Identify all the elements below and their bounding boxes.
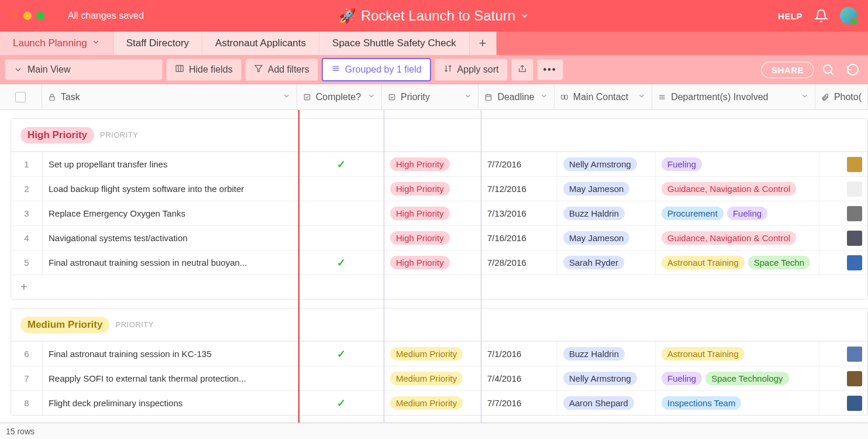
- departments-cell[interactable]: Fueling: [656, 152, 819, 176]
- priority-cell[interactable]: High Priority: [384, 226, 481, 250]
- table-tab[interactable]: Launch Planning: [0, 32, 113, 55]
- contact-cell[interactable]: May Jameson: [557, 226, 656, 250]
- deadline-cell[interactable]: 7/12/2016: [481, 177, 557, 201]
- more-options-button[interactable]: •••: [537, 59, 563, 80]
- complete-cell[interactable]: ✓: [299, 391, 384, 415]
- view-selector[interactable]: Main View: [5, 59, 163, 80]
- table-row[interactable]: 1Set up propellant transfer lines✓High P…: [11, 152, 867, 176]
- task-cell[interactable]: Replace Emergency Oxygen Tanks: [43, 201, 299, 225]
- history-icon[interactable]: [842, 59, 863, 80]
- complete-cell[interactable]: [299, 226, 384, 250]
- photo-cell[interactable]: [819, 391, 867, 415]
- task-cell[interactable]: Load backup flight system software into …: [43, 177, 299, 201]
- departments-cell[interactable]: Guidance, Navigation & Control: [656, 226, 819, 250]
- deadline-cell[interactable]: 7/13/2016: [481, 201, 557, 225]
- deadline-cell[interactable]: 7/28/2016: [481, 251, 557, 275]
- deadline-cell[interactable]: 7/7/2016: [481, 391, 557, 415]
- table-row[interactable]: 5Final astronaut training session in neu…: [11, 250, 867, 275]
- task-cell[interactable]: Final astronaut training session in neut…: [43, 251, 299, 275]
- departments-column-header[interactable]: Department(s) Involved: [652, 84, 815, 109]
- deadline-cell[interactable]: 7/16/2016: [481, 226, 557, 250]
- departments-cell[interactable]: ProcurementFueling: [656, 201, 819, 225]
- maximize-window-button[interactable]: [36, 12, 44, 20]
- task-column-header[interactable]: Task: [42, 84, 297, 109]
- group-header[interactable]: Medium PriorityPRIORITY: [11, 308, 867, 341]
- contact-cell[interactable]: Buzz Haldrin: [557, 201, 656, 225]
- base-title-dropdown[interactable]: 🚀 Rocket Launch to Saturn: [339, 8, 529, 24]
- priority-cell[interactable]: Medium Priority: [384, 391, 481, 415]
- photo-cell[interactable]: [819, 342, 867, 366]
- departments-cell[interactable]: Astronaut Training: [656, 342, 819, 366]
- deadline-cell[interactable]: 7/7/2016: [481, 152, 557, 176]
- share-view-icon-button[interactable]: [511, 59, 533, 81]
- task-cell[interactable]: Reapply SOFI to external tank thermal pr…: [43, 366, 299, 390]
- complete-cell[interactable]: [299, 201, 384, 225]
- deadline-cell[interactable]: 7/4/2016: [481, 366, 557, 390]
- attachment-thumbnail[interactable]: [847, 371, 862, 386]
- photo-cell[interactable]: [819, 226, 867, 250]
- photo-cell[interactable]: [819, 366, 867, 390]
- contact-cell[interactable]: Nelly Armstrong: [557, 152, 656, 176]
- deadline-cell[interactable]: 7/1/2016: [481, 342, 557, 366]
- apply-sort-button[interactable]: Apply sort: [435, 59, 508, 81]
- contact-cell[interactable]: May Jameson: [557, 177, 656, 201]
- select-all-checkbox[interactable]: [15, 92, 26, 102]
- departments-cell[interactable]: Astronaut TrainingSpace Techn: [656, 251, 819, 275]
- user-avatar[interactable]: [840, 7, 857, 25]
- group-by-button[interactable]: Grouped by 1 field: [322, 58, 431, 81]
- table-tab[interactable]: Staff Directory: [113, 32, 202, 55]
- add-filters-button[interactable]: Add filters: [245, 59, 318, 81]
- attachment-thumbnail[interactable]: [847, 231, 862, 246]
- add-table-tab[interactable]: +: [470, 32, 497, 55]
- complete-cell[interactable]: [299, 177, 384, 201]
- task-cell[interactable]: Flight deck preliminary inspections: [43, 391, 299, 415]
- contact-cell[interactable]: Buzz Haldrin: [557, 342, 656, 366]
- departments-cell[interactable]: Inspections Team: [656, 391, 819, 415]
- departments-cell[interactable]: FuelingSpace Technology: [656, 366, 819, 390]
- hide-fields-button[interactable]: Hide fields: [166, 59, 242, 81]
- complete-column-header[interactable]: Complete?: [297, 84, 382, 109]
- help-link[interactable]: HELP: [778, 11, 802, 21]
- photo-cell[interactable]: [819, 152, 867, 176]
- photo-cell[interactable]: [819, 177, 867, 201]
- contact-cell[interactable]: Aaron Shepard: [557, 391, 656, 415]
- departments-cell[interactable]: Guidance, Navigation & Control: [656, 177, 819, 201]
- priority-cell[interactable]: High Priority: [384, 251, 481, 275]
- table-tab[interactable]: Space Shuttle Safety Check: [319, 32, 470, 55]
- priority-cell[interactable]: High Priority: [384, 201, 481, 225]
- search-icon[interactable]: [818, 59, 839, 80]
- photo-column-header[interactable]: Photo(: [815, 84, 868, 109]
- photo-cell[interactable]: [819, 201, 867, 225]
- close-window-button[interactable]: [11, 12, 19, 20]
- complete-cell[interactable]: ✓: [299, 251, 384, 275]
- table-row[interactable]: 8Flight deck preliminary inspections✓Med…: [11, 390, 867, 415]
- notifications-icon[interactable]: [814, 9, 828, 23]
- group-header[interactable]: High PriorityPRIORITY: [11, 119, 867, 152]
- deadline-column-header[interactable]: Deadline: [478, 84, 554, 109]
- priority-cell[interactable]: High Priority: [384, 177, 481, 201]
- priority-cell[interactable]: Medium Priority: [384, 342, 481, 366]
- table-row[interactable]: 6Final astronaut training session in KC-…: [11, 341, 867, 366]
- table-row[interactable]: 7Reapply SOFI to external tank thermal p…: [11, 366, 867, 390]
- attachment-thumbnail[interactable]: [847, 206, 862, 221]
- add-row-button[interactable]: +: [11, 275, 867, 299]
- task-cell[interactable]: Final astronaut training session in KC-1…: [43, 342, 299, 366]
- attachment-thumbnail[interactable]: [847, 347, 862, 362]
- select-all-column[interactable]: [0, 84, 42, 109]
- attachment-thumbnail[interactable]: [847, 157, 862, 172]
- contact-cell[interactable]: Nelly Armstrong: [557, 366, 656, 390]
- table-row[interactable]: 3Replace Emergency Oxygen TanksHigh Prio…: [11, 201, 867, 225]
- attachment-thumbnail[interactable]: [847, 255, 862, 270]
- table-tab[interactable]: Astronaut Applicants: [202, 32, 319, 55]
- table-row[interactable]: 2Load backup flight system software into…: [11, 176, 867, 201]
- priority-cell[interactable]: High Priority: [384, 152, 481, 176]
- complete-cell[interactable]: ✓: [299, 342, 384, 366]
- share-button[interactable]: SHARE: [761, 61, 814, 78]
- priority-column-header[interactable]: Priority: [382, 84, 478, 109]
- complete-cell[interactable]: [299, 366, 384, 390]
- table-row[interactable]: 4Navigational systems test/activationHig…: [11, 225, 867, 250]
- attachment-thumbnail[interactable]: [847, 396, 862, 411]
- priority-cell[interactable]: Medium Priority: [384, 366, 481, 390]
- contact-cell[interactable]: Sarah Ryder: [557, 251, 656, 275]
- task-cell[interactable]: Set up propellant transfer lines: [43, 152, 299, 176]
